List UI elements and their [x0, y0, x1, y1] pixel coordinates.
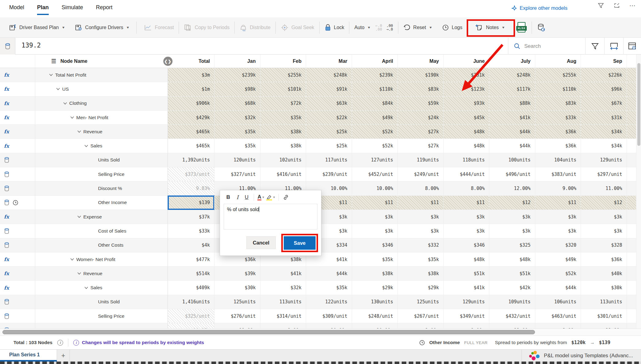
total-value-cell[interactable]: $3m: [168, 68, 214, 82]
more-options-icon[interactable]: ⋯: [626, 1, 639, 10]
month-value-cell[interactable]: 9.00%: [444, 323, 490, 328]
month-value-cell[interactable]: $11: [398, 196, 444, 210]
node-name-cell[interactable]: Total Net Profit: [35, 68, 168, 82]
month-value-cell[interactable]: $44k: [306, 267, 352, 280]
decrease-decimal-icon[interactable]: ←.0.00: [375, 24, 382, 31]
chevron-down-icon[interactable]: [77, 130, 81, 133]
month-value-cell[interactable]: $255k: [535, 68, 581, 82]
info-icon[interactable]: i: [57, 340, 63, 346]
month-value-cell[interactable]: $3k: [535, 224, 581, 238]
month-value-cell[interactable]: $38k: [398, 267, 444, 280]
node-name-cell[interactable]: Selling Price: [35, 309, 168, 323]
month-value-cell[interactable]: 120units: [214, 153, 260, 167]
month-value-cell[interactable]: $36k: [581, 252, 627, 266]
month-value-cell[interactable]: $3k: [352, 210, 398, 224]
node-name-cell[interactable]: Expense: [35, 210, 168, 224]
month-value-cell[interactable]: $117k: [489, 82, 535, 96]
month-value-cell[interactable]: $267/unit: [398, 309, 444, 323]
chevron-down-icon[interactable]: [70, 258, 74, 261]
month-value-cell[interactable]: 119units: [398, 153, 444, 167]
month-value-cell[interactable]: $383/unit: [535, 167, 581, 181]
month-value-cell[interactable]: 8.00%: [398, 323, 444, 328]
month-value-cell[interactable]: 113units: [260, 295, 306, 309]
total-value-cell[interactable]: $514k: [168, 267, 214, 280]
filter-icon[interactable]: [594, 1, 607, 10]
month-value-cell[interactable]: 109units: [489, 295, 535, 309]
month-value-cell[interactable]: $11: [444, 196, 490, 210]
month-value-cell[interactable]: $328: [581, 238, 627, 252]
month-value-cell[interactable]: 11.00%: [581, 181, 627, 195]
month-value-cell[interactable]: $276/unit: [214, 309, 260, 323]
column-header-feb[interactable]: Feb: [260, 55, 306, 68]
driver-based-plan-dropdown[interactable]: Driver Based Plan ▼: [4, 24, 70, 31]
month-value-cell[interactable]: $3k: [398, 224, 444, 238]
month-value-cell[interactable]: $44k: [489, 125, 535, 138]
month-value-cell[interactable]: 122units: [306, 295, 352, 309]
chevron-down-icon[interactable]: [77, 215, 81, 218]
month-value-cell[interactable]: $48k: [444, 125, 490, 138]
node-name-cell[interactable]: Women- Net Profit: [35, 252, 168, 266]
model-name[interactable]: P&L model using Templates (Advanc...: [522, 350, 641, 362]
month-value-cell[interactable]: $101k: [260, 82, 306, 96]
month-value-cell[interactable]: $27k: [398, 139, 444, 153]
total-value-cell[interactable]: 1,392units: [168, 153, 214, 167]
month-value-cell[interactable]: 9.00%: [535, 323, 581, 328]
node-name-cell[interactable]: Revenue: [35, 267, 168, 280]
month-value-cell[interactable]: $24k: [398, 111, 444, 124]
month-value-cell[interactable]: $349/unit: [444, 309, 490, 323]
month-value-cell[interactable]: $231k: [444, 68, 490, 82]
month-value-cell[interactable]: $51k: [444, 267, 490, 280]
increase-decimal-icon[interactable]: .00→.0: [386, 24, 393, 31]
month-value-cell[interactable]: $301/unit: [581, 309, 627, 323]
month-value-cell[interactable]: $84k: [352, 97, 398, 110]
tab-report[interactable]: Report: [96, 4, 112, 15]
column-header-total[interactable]: Total: [168, 55, 214, 68]
month-value-cell[interactable]: $249/unit: [398, 167, 444, 181]
month-value-cell[interactable]: $35k: [260, 111, 306, 124]
total-value-cell[interactable]: $465k: [168, 125, 214, 138]
total-value-cell[interactable]: 9.83%: [168, 181, 214, 195]
chevron-down-icon[interactable]: [49, 74, 53, 76]
month-value-cell[interactable]: $3k: [489, 224, 535, 238]
total-value-cell[interactable]: $429k: [168, 111, 214, 124]
node-name-cell[interactable]: Sales: [35, 139, 168, 153]
month-value-cell[interactable]: $51k: [489, 267, 535, 280]
copy-to-periods-button[interactable]: Copy to Periods: [179, 24, 234, 31]
month-value-cell[interactable]: $12: [489, 196, 535, 210]
reset-dropdown[interactable]: Reset ▼: [398, 24, 438, 31]
column-header-june[interactable]: June: [444, 55, 490, 68]
refresh-data-button[interactable]: [532, 23, 550, 32]
month-value-cell[interactable]: $38k: [260, 139, 306, 153]
total-value-cell[interactable]: $33k: [168, 224, 214, 238]
month-value-cell[interactable]: $93k: [444, 97, 490, 110]
total-value-cell[interactable]: $37k: [168, 210, 214, 224]
total-value-cell[interactable]: $1m: [168, 82, 214, 96]
distribute-button[interactable]: Distribute: [235, 24, 275, 31]
column-header-aug[interactable]: Aug: [535, 55, 581, 68]
month-value-cell[interactable]: $38k: [260, 125, 306, 138]
month-value-cell[interactable]: $297/unit: [581, 167, 627, 181]
month-value-cell[interactable]: $88k: [489, 97, 535, 110]
add-sheet-button[interactable]: +: [57, 350, 70, 362]
month-value-cell[interactable]: $320: [535, 238, 581, 252]
cancel-button[interactable]: Cancel: [246, 236, 276, 249]
month-value-cell[interactable]: $41k: [444, 281, 490, 294]
node-name-cell[interactable]: Units Sold: [35, 295, 168, 309]
month-value-cell[interactable]: $3k: [444, 210, 490, 224]
chevron-down-icon[interactable]: [84, 286, 88, 289]
highlight-color-button[interactable]: ▼: [266, 193, 275, 201]
vertical-scrollbar-thumb[interactable]: [637, 63, 640, 146]
month-value-cell[interactable]: $27k: [398, 125, 444, 138]
total-value-cell[interactable]: $465k: [168, 139, 214, 153]
month-value-cell[interactable]: 9.00%: [535, 181, 581, 195]
total-value-cell[interactable]: 10.27%: [168, 323, 214, 328]
month-value-cell[interactable]: $35k: [352, 252, 398, 266]
month-value-cell[interactable]: 118units: [444, 153, 490, 167]
month-value-cell[interactable]: $123k: [444, 82, 490, 96]
chevron-down-icon[interactable]: [70, 116, 74, 119]
month-value-cell[interactable]: $327/unit: [214, 167, 260, 181]
node-name-cell[interactable]: Selling Price: [35, 167, 168, 181]
month-value-cell[interactable]: $444/unit: [444, 167, 490, 181]
bold-button[interactable]: B: [224, 193, 232, 201]
month-value-cell[interactable]: 129units: [444, 295, 490, 309]
